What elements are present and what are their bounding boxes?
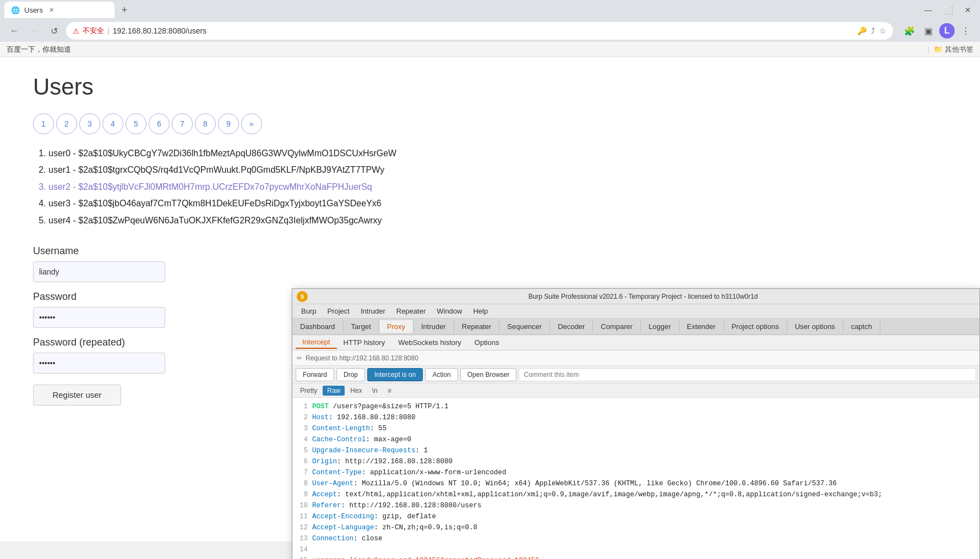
close-button[interactable]: ✕: [960, 2, 976, 18]
page-btn-7[interactable]: 7: [172, 113, 193, 134]
profile-icon[interactable]: L: [939, 23, 955, 39]
tab-http-history[interactable]: HTTP history: [337, 337, 392, 348]
menu-item-project[interactable]: Project: [322, 306, 355, 316]
request-line-7: 7 Content-Type: application/x-www-form-u…: [297, 467, 975, 478]
comment-input[interactable]: [519, 368, 976, 381]
action-button[interactable]: Action: [425, 368, 458, 381]
tab-bar: 🌐 Users ✕ + — ⬜ ✕: [0, 0, 980, 20]
drop-button[interactable]: Drop: [336, 368, 365, 381]
request-line-10: 10 Referer: http://192.168.80.128:8080/u…: [297, 500, 975, 511]
view-tab-pretty[interactable]: Pretty: [296, 386, 322, 396]
tab-sequencer[interactable]: Sequencer: [499, 320, 550, 333]
active-tab[interactable]: 🌐 Users ✕: [4, 2, 115, 18]
tab-websockets-history[interactable]: WebSockets history: [391, 337, 468, 348]
tab-comparer[interactable]: Comparer: [593, 320, 641, 333]
menu-item-repeater[interactable]: Repeater: [391, 306, 431, 316]
new-tab-button[interactable]: +: [117, 2, 132, 18]
burp-title: Burp Suite Professional v2021.6 - Tempor…: [311, 293, 975, 300]
password-field[interactable]: [33, 307, 165, 328]
request-line-1: 1 POST /users?page=&size=5 HTTP/1.1: [297, 401, 975, 412]
tab-target[interactable]: Target: [344, 320, 379, 333]
tab-title: Users: [24, 6, 43, 14]
back-button[interactable]: ←: [7, 23, 22, 39]
tab-intercept[interactable]: Intercept: [296, 336, 337, 349]
view-tab-newline[interactable]: \n: [368, 386, 382, 396]
forward-button[interactable]: →: [26, 23, 42, 39]
url-action-icons: 🔑 ⤴ ☆: [857, 26, 886, 35]
view-tab-hex[interactable]: Hex: [346, 386, 366, 396]
menu-item-intruder[interactable]: Intruder: [355, 306, 391, 316]
tab-proxy[interactable]: Proxy: [379, 320, 413, 333]
request-label: Request to http://192.168.80.128:8080: [306, 354, 418, 362]
tab-repeater[interactable]: Repeater: [454, 320, 499, 333]
password-repeat-field[interactable]: [33, 353, 165, 374]
reload-button[interactable]: ↺: [46, 23, 62, 39]
extensions-icon[interactable]: 🧩: [902, 23, 917, 39]
address-right-actions: 🧩 ▣ L ⋮: [902, 23, 973, 39]
tab-dashboard[interactable]: Dashboard: [292, 320, 344, 333]
bookmarks-folder-label: 其他书签: [945, 45, 973, 54]
page-btn-next[interactable]: »: [241, 113, 262, 134]
tab-decoder[interactable]: Decoder: [550, 320, 593, 333]
tab-extender[interactable]: Extender: [679, 320, 724, 333]
key-icon[interactable]: 🔑: [857, 26, 867, 35]
burp-action-bar: Forward Drop Intercept is on Action Open…: [292, 366, 979, 383]
request-line-3: 3 Content-Length: 55: [297, 423, 975, 434]
burp-logo: S: [297, 291, 308, 302]
request-line-8: 8 User-Agent: Mozilla/5.0 (Windows NT 10…: [297, 478, 975, 489]
page-btn-5[interactable]: 5: [126, 113, 146, 134]
list-item: user3 - $2a$10$jbO46ayaf7CmT7Qkm8H1DekEU…: [48, 195, 947, 212]
maximize-button[interactable]: ⬜: [940, 2, 956, 18]
list-item: user1 - $2a$10$tgrxCQbQS/rq4d1VcQPmWuukt…: [48, 162, 947, 178]
bookmarks-right-area: | 📁 其他书签: [928, 45, 973, 54]
request-line-6: 6 Origin: http://192.168.80.128:8080: [297, 456, 975, 467]
url-text: 192.168.80.128:8080/users: [113, 26, 854, 35]
page-btn-8[interactable]: 8: [195, 113, 216, 134]
bookmarks-bar: 百度一下，你就知道 | 📁 其他书签: [0, 42, 980, 57]
page-content: Users 1 2 3 4 5 6 7 8 9 » user0 - $2a$10…: [0, 57, 980, 541]
url-bar[interactable]: ⚠ 不安全 | 192.168.80.128:8080/users 🔑 ⤴ ☆: [66, 22, 893, 40]
burp-main-tabs: Dashboard Target Proxy Intruder Repeater…: [292, 319, 979, 335]
bookmarks-label[interactable]: 百度一下，你就知道: [7, 45, 71, 54]
sidebar-icon[interactable]: ▣: [921, 23, 936, 39]
tab-options[interactable]: Options: [468, 337, 506, 348]
burp-request-bar: ✏ Request to http://192.168.80.128:8080: [292, 350, 979, 366]
view-tab-settings[interactable]: ≡: [383, 386, 396, 396]
intercept-on-button[interactable]: Intercept is on: [367, 368, 423, 381]
menu-item-burp[interactable]: Burp: [296, 306, 322, 316]
page-btn-6[interactable]: 6: [149, 113, 170, 134]
list-item: user0 - $2a$10$UkyCBCgY7w2Di36lh1fbMeztA…: [48, 145, 947, 162]
tab-intruder[interactable]: Intruder: [413, 320, 454, 333]
menu-item-window[interactable]: Window: [431, 306, 467, 316]
tab-user-options[interactable]: User options: [787, 320, 843, 333]
page-btn-2[interactable]: 2: [56, 113, 77, 134]
menu-item-help[interactable]: Help: [467, 306, 493, 316]
tab-logger[interactable]: Logger: [641, 320, 679, 333]
tab-captch[interactable]: captch: [843, 320, 880, 333]
burp-titlebar: S Burp Suite Professional v2021.6 - Temp…: [292, 289, 979, 304]
tab-project-options[interactable]: Project options: [724, 320, 787, 333]
bookmark-icon[interactable]: ☆: [879, 26, 886, 35]
request-line-13: 13 Connection: close: [297, 533, 975, 544]
open-browser-button[interactable]: Open Browser: [460, 368, 517, 381]
page-btn-1[interactable]: 1: [33, 113, 54, 134]
page-btn-9[interactable]: 9: [218, 113, 239, 134]
minimize-button[interactable]: —: [921, 2, 936, 18]
pencil-icon: ✏: [297, 354, 302, 362]
security-warning-icon: ⚠: [73, 27, 79, 35]
request-line-12: 12 Accept-Language: zh-CN,zh;q=0.9,is;q=…: [297, 522, 975, 533]
forward-button[interactable]: Forward: [296, 368, 334, 381]
view-tab-raw[interactable]: Raw: [323, 386, 345, 396]
tab-icon: 🌐: [11, 6, 20, 14]
bookmarks-folder-icon[interactable]: 📁 其他书签: [934, 45, 973, 54]
tab-close-btn[interactable]: ✕: [47, 6, 56, 14]
separator: |: [928, 45, 929, 53]
page-btn-4[interactable]: 4: [102, 113, 123, 134]
page-btn-3[interactable]: 3: [79, 113, 100, 134]
register-button[interactable]: Register user: [33, 385, 121, 405]
username-field[interactable]: [33, 261, 165, 282]
url-separator: |: [107, 26, 110, 35]
share-icon[interactable]: ⤴: [871, 26, 875, 35]
more-options-icon[interactable]: ⋮: [958, 23, 973, 39]
burp-view-tabs: Pretty Raw Hex \n ≡: [292, 383, 979, 398]
